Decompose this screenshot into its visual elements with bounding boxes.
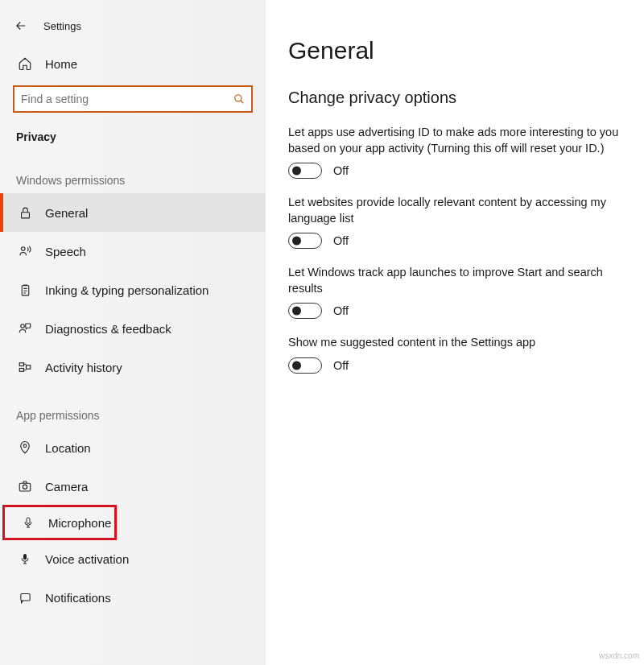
setting-suggested-content: Show me suggested content in the Setting… (288, 335, 628, 374)
sidebar-item-label: Location (45, 441, 91, 455)
toggle-suggested-content[interactable] (288, 357, 322, 374)
sidebar-item-label: General (45, 206, 88, 220)
search-box[interactable] (13, 85, 253, 113)
current-category: Privacy (0, 113, 266, 151)
section-header-windows: Windows permissions (0, 151, 266, 193)
search-input[interactable] (21, 93, 233, 105)
sidebar-item-label: Camera (45, 480, 88, 494)
sidebar-item-microphone[interactable]: Microphone (3, 506, 116, 539)
sidebar-item-voice-activation[interactable]: Voice activation (0, 539, 266, 578)
timeline-icon (16, 360, 34, 374)
svg-rect-6 (19, 363, 23, 366)
svg-point-11 (23, 485, 27, 489)
svg-point-0 (235, 95, 242, 101)
sidebar-item-label: Inking & typing personalization (45, 283, 208, 297)
lock-icon (16, 206, 34, 220)
svg-point-2 (22, 247, 26, 251)
sidebar-item-speech[interactable]: Speech (0, 232, 266, 271)
sidebar-item-label: Microphone (48, 516, 111, 530)
toggle-state: Off (333, 304, 349, 317)
setting-advertising-id: Let apps use advertising ID to make ads … (288, 125, 628, 179)
toggle-state: Off (333, 164, 349, 177)
svg-point-9 (23, 444, 27, 448)
clipboard-icon (16, 283, 34, 297)
voice-icon (16, 552, 34, 565)
location-icon (16, 440, 34, 455)
section-title: Change privacy options (288, 89, 628, 107)
sidebar-item-notifications[interactable]: Notifications (0, 578, 266, 617)
sidebar-item-diagnostics[interactable]: Diagnostics & feedback (0, 309, 266, 348)
setting-language-list: Let websites provide locally relevant co… (288, 195, 628, 249)
sidebar: Settings Home Privacy Windows permission… (0, 0, 266, 665)
notifications-icon (16, 591, 34, 605)
setting-desc: Let Windows track app launches to improv… (288, 265, 628, 296)
app-title: Settings (43, 20, 81, 32)
microphone-icon (19, 516, 37, 529)
watermark: wsxdn.com (599, 651, 639, 660)
svg-rect-12 (27, 518, 30, 523)
svg-rect-5 (26, 324, 31, 328)
setting-desc: Show me suggested content in the Setting… (288, 335, 628, 351)
speech-icon (16, 244, 34, 258)
main-panel: General Change privacy options Let apps … (266, 0, 644, 665)
sidebar-item-label: Diagnostics & feedback (45, 322, 171, 336)
feedback-icon (16, 321, 34, 336)
toggle-state: Off (333, 234, 349, 247)
sidebar-item-location[interactable]: Location (0, 428, 266, 467)
sidebar-item-camera[interactable]: Camera (0, 467, 266, 506)
svg-rect-7 (19, 369, 23, 372)
svg-rect-13 (23, 554, 27, 560)
back-button[interactable] (3, 11, 39, 40)
sidebar-item-activity[interactable]: Activity history (0, 348, 266, 386)
sidebar-item-general[interactable]: General (0, 193, 266, 232)
toggle-state: Off (333, 359, 349, 372)
svg-rect-1 (21, 212, 29, 217)
setting-app-launches: Let Windows track app launches to improv… (288, 265, 628, 319)
sidebar-item-inking[interactable]: Inking & typing personalization (0, 271, 266, 309)
arrow-left-icon (14, 19, 28, 33)
sidebar-item-label: Speech (45, 245, 86, 258)
camera-icon (16, 479, 34, 494)
sidebar-item-label: Activity history (45, 361, 122, 374)
home-label: Home (45, 57, 77, 71)
home-icon (16, 56, 34, 71)
svg-rect-14 (20, 593, 29, 601)
section-header-apps: App permissions (0, 386, 266, 428)
toggle-advertising-id[interactable] (288, 163, 322, 179)
toggle-language-list[interactable] (288, 233, 322, 249)
sidebar-item-label: Notifications (45, 591, 111, 605)
home-nav[interactable]: Home (0, 48, 266, 79)
svg-point-4 (21, 324, 25, 328)
setting-desc: Let apps use advertising ID to make ads … (288, 125, 628, 156)
search-icon (233, 93, 245, 105)
svg-rect-8 (27, 366, 31, 370)
setting-desc: Let websites provide locally relevant co… (288, 195, 628, 226)
sidebar-item-label: Voice activation (45, 552, 129, 566)
page-title: General (288, 37, 628, 64)
toggle-app-launches[interactable] (288, 303, 322, 319)
